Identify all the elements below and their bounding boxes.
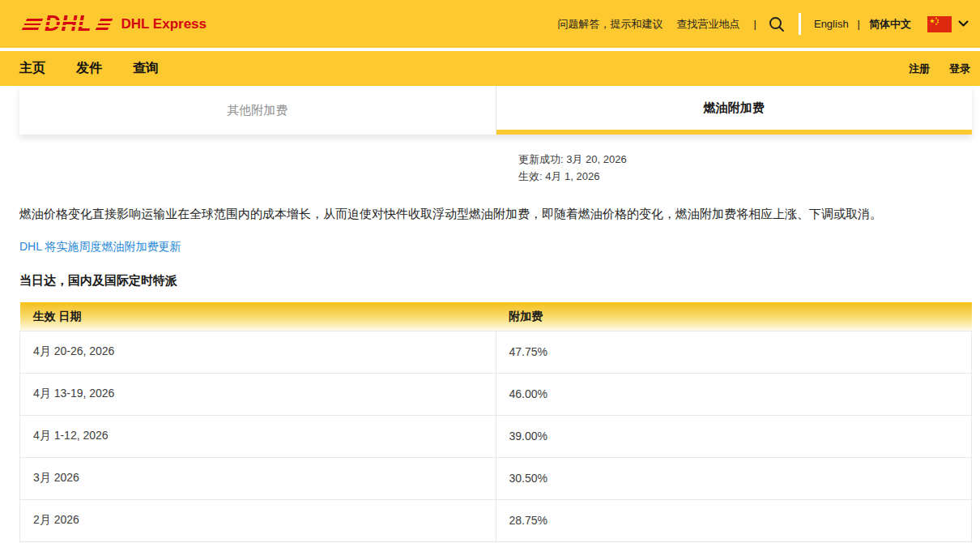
cell-surcharge: 30.50% (496, 457, 972, 499)
fuel-surcharge-table: 生效 日期 附加费 4月 20-26, 2026 47.75% 4月 13-19… (19, 302, 972, 542)
brand-name: DHL Express (121, 16, 207, 32)
nav-item-ship[interactable]: 发件 (76, 60, 102, 77)
main-content: 更新成功: 3月 20, 2026 生效: 4月 1, 2026 燃油价格变化直… (0, 151, 980, 542)
cell-effective-date: 4月 20-26, 2026 (20, 331, 496, 373)
table-row: 4月 20-26, 2026 47.75% (20, 331, 972, 373)
tab-other-surcharges[interactable]: 其他附加费 (19, 86, 496, 135)
update-info: 更新成功: 3月 20, 2026 生效: 4月 1, 2026 (518, 151, 980, 185)
weekly-update-link[interactable]: DHL 将实施周度燃油附加费更新 (19, 240, 181, 254)
table-row: 4月 13-19, 2026 46.00% (20, 373, 972, 415)
tab-fuel-surcharge[interactable]: 燃油附加费 (496, 86, 973, 135)
surcharge-tabs: 其他附加费 燃油附加费 (19, 86, 972, 135)
table-header: 生效 日期 附加费 (20, 303, 972, 331)
vertical-separator (799, 13, 801, 35)
find-location-link[interactable]: 查找营业地点 (677, 17, 740, 32)
header-utility-links: 问题解答，提示和建议 查找营业地点 | English | 简体中文 (558, 13, 969, 35)
language-english[interactable]: English (814, 18, 849, 30)
divider: | (754, 18, 756, 30)
nav-item-home[interactable]: 主页 (19, 60, 45, 77)
cell-surcharge: 47.75% (496, 331, 972, 373)
dhl-logo-mark: DHL (24, 13, 110, 35)
cell-effective-date: 4月 1-12, 2026 (20, 415, 496, 457)
language-chinese[interactable]: 简体中文 (869, 17, 911, 32)
cell-surcharge: 39.00% (496, 415, 972, 457)
dhl-logo[interactable]: DHL DHL Express (24, 13, 207, 35)
table-body: 4月 20-26, 2026 47.75% 4月 13-19, 2026 46.… (20, 331, 972, 541)
china-flag-icon[interactable] (927, 16, 952, 32)
table-row: 4月 1-12, 2026 39.00% (20, 415, 972, 457)
section-heading: 当日达，国内及国际定时特派 (19, 273, 961, 289)
dhl-logo-right-dashes (95, 19, 113, 30)
faq-link[interactable]: 问题解答，提示和建议 (558, 17, 663, 32)
register-link[interactable]: 注册 (909, 62, 930, 76)
search-icon[interactable] (768, 15, 786, 33)
cell-effective-date: 3月 2026 (20, 457, 496, 499)
main-nav: 主页 发件 查询 注册 登录 (0, 51, 980, 86)
table-row: 2月 2026 28.75% (20, 499, 972, 541)
chevron-down-icon[interactable] (958, 20, 969, 28)
cell-effective-date: 2月 2026 (20, 499, 496, 541)
dhl-logo-left-dashes (22, 19, 44, 30)
dhl-logo-text: DHL (45, 13, 94, 35)
intro-paragraph: 燃油价格变化直接影响运输业在全球范围内的成本增长，从而迫使对快件收取浮动型燃油附… (19, 205, 961, 223)
divider: | (858, 18, 860, 30)
column-header-effective-date: 生效 日期 (20, 303, 496, 331)
top-header: DHL DHL Express 问题解答，提示和建议 查找营业地点 | Engl… (0, 0, 980, 51)
update-success-date: 更新成功: 3月 20, 2026 (518, 151, 980, 168)
main-nav-links: 主页 发件 查询 (19, 60, 159, 77)
cell-surcharge: 46.00% (496, 373, 972, 415)
column-header-surcharge: 附加费 (496, 303, 972, 331)
effective-date: 生效: 4月 1, 2026 (518, 168, 980, 185)
cell-effective-date: 4月 13-19, 2026 (20, 373, 496, 415)
nav-item-track[interactable]: 查询 (133, 60, 159, 77)
account-links: 注册 登录 (909, 62, 970, 76)
cell-surcharge: 28.75% (496, 499, 972, 541)
login-link[interactable]: 登录 (949, 62, 970, 76)
table-row: 3月 2026 30.50% (20, 457, 972, 499)
